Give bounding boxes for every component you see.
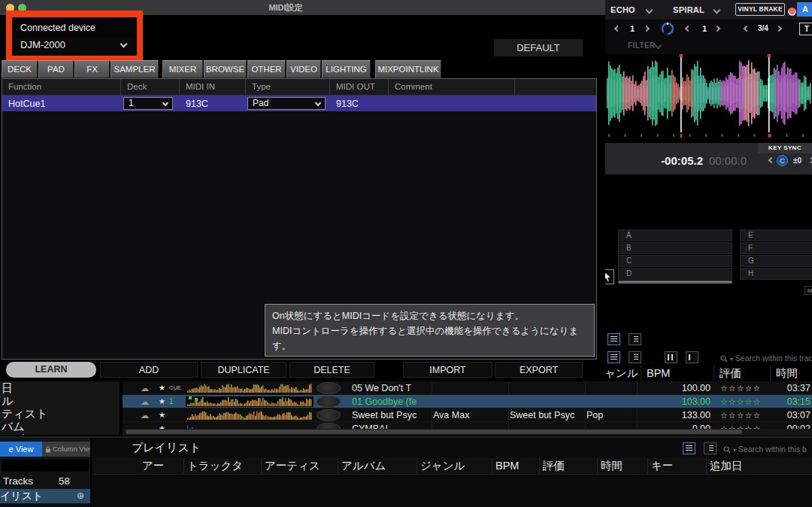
connected-device-select[interactable]: DJM-2000: [15, 38, 134, 53]
list-view-icon[interactable]: [607, 351, 620, 363]
sidebar-item[interactable]: ル: [0, 394, 120, 407]
learn-button[interactable]: LEARN: [6, 362, 96, 378]
chevron-right-icon[interactable]: [808, 157, 812, 163]
rating-stars[interactable]: ☆☆☆☆☆: [720, 381, 774, 395]
cue-grid-scrollbar[interactable]: [618, 281, 732, 284]
fx-slot1-select[interactable]: ECHO: [611, 5, 635, 14]
sidebar-item[interactable]: のビデオ: [0, 433, 120, 435]
duplicate-button[interactable]: DUPLICATE: [201, 362, 286, 378]
column-header-rating[interactable]: 評価: [714, 366, 771, 381]
chevron-left-icon[interactable]: [614, 26, 620, 32]
tab-pad[interactable]: PAD: [38, 60, 74, 78]
cue-slot-h[interactable]: H: [740, 268, 812, 280]
detail-view-icon[interactable]: [629, 333, 641, 345]
fx-assign-a-button[interactable]: A: [797, 2, 812, 17]
sidebar-item[interactable]: ティスト: [0, 407, 120, 420]
key-sync-button[interactable]: KEY SYNC: [758, 143, 812, 153]
list-view-icon[interactable]: [683, 442, 695, 454]
horizontal-scrollbar[interactable]: [126, 430, 742, 434]
rating-stars[interactable]: ☆☆☆☆☆: [720, 395, 774, 408]
fx-beats-row: 1 1 3/4 T: [605, 20, 812, 38]
tab-browse[interactable]: BROWSE: [204, 60, 247, 78]
delete-button[interactable]: DELETE: [289, 362, 374, 378]
chevron-left-icon[interactable]: [685, 26, 691, 32]
export-button[interactable]: EXPORT: [495, 362, 583, 378]
cue-slot-e[interactable]: E: [740, 229, 812, 241]
cue-slot-f[interactable]: F: [740, 242, 812, 254]
column-header-art[interactable]: アー: [139, 458, 184, 474]
column-header-bpm[interactable]: BPM: [641, 366, 714, 381]
tab-sampler[interactable]: SAMPLER: [111, 60, 159, 78]
column-header-track-title[interactable]: トラックタ: [184, 458, 262, 474]
add-button[interactable]: ADD: [100, 362, 198, 378]
midi-mapping-row-selected[interactable]: HotCue1 1 913C Pad 913C: [2, 96, 596, 111]
tab-other[interactable]: OTHER: [247, 60, 286, 78]
cue-slot-a[interactable]: A: [618, 229, 732, 241]
tab-lighting[interactable]: LIGHTING: [322, 60, 371, 78]
fx-slot3-select[interactable]: VINYL BRAKE: [735, 3, 785, 16]
star-icon: ★: [159, 395, 169, 408]
two-column-view-icon[interactable]: [665, 351, 677, 363]
chevron-right-icon[interactable]: [644, 26, 650, 32]
browser-search-input[interactable]: ▾ Search within this b: [723, 445, 812, 454]
cue-slot-b[interactable]: B: [618, 242, 732, 254]
list-view-icon[interactable]: [607, 333, 620, 345]
key-value-badge[interactable]: C: [777, 155, 788, 166]
chevron-right-icon[interactable]: [714, 26, 720, 32]
tab-fx[interactable]: FX: [74, 60, 110, 78]
search-caret-icon[interactable]: ▾: [730, 356, 733, 363]
tree-view-tab[interactable]: e View: [0, 442, 42, 457]
cue-slot-g[interactable]: G: [740, 255, 812, 267]
column-header-bpm[interactable]: BPM: [492, 458, 540, 474]
chevron-left-icon[interactable]: [744, 26, 750, 32]
tracks-count-row[interactable]: Tracks 58: [0, 474, 90, 488]
column-header-artist[interactable]: アーティス: [262, 458, 338, 474]
chevron-right-icon[interactable]: [776, 26, 782, 32]
chevron-down-icon[interactable]: [714, 7, 721, 14]
column-header-time[interactable]: 時間: [598, 458, 648, 474]
column-header-rating[interactable]: 評価: [540, 458, 598, 474]
sidebar-item[interactable]: バム: [0, 420, 120, 433]
tab-deck[interactable]: DECK: [2, 60, 38, 78]
sidebar-item-playlist[interactable]: イリスト ⊕: [0, 489, 90, 503]
column-view-tab[interactable]: Column View: [42, 442, 90, 457]
cue-slot-d[interactable]: D: [618, 268, 732, 280]
search-caret-icon[interactable]: ▾: [733, 447, 736, 454]
chevron-down-icon[interactable]: [646, 7, 653, 14]
playlist-filter-input[interactable]: [2, 460, 89, 472]
rating-stars[interactable]: ☆☆☆☆☆: [720, 408, 774, 422]
midi-settings-dialog: MIDI設定 Connected device DJM-2000 DEFAULT…: [0, 0, 605, 381]
default-button[interactable]: DEFAULT: [494, 39, 583, 56]
track-search-input[interactable]: ▾ Search within this track: [720, 354, 812, 363]
detail-view-icon[interactable]: [629, 351, 641, 363]
table-row[interactable]: ☁ ★ Sweet but Psyc Ava Max Sweet but Psy…: [123, 408, 812, 422]
deck-select[interactable]: 1: [123, 97, 173, 110]
sidebar-item[interactable]: 日: [0, 381, 120, 394]
column-header-genre[interactable]: ジャンル: [417, 458, 492, 474]
tab-mixer[interactable]: MIXER: [162, 60, 203, 78]
table-row[interactable]: ☁ ★ CUE 05 We Don't T 100.00 ☆☆☆☆☆ 03:37: [123, 381, 812, 395]
cue-slot-c[interactable]: C: [618, 255, 732, 267]
chevron-left-icon[interactable]: [768, 157, 774, 163]
fx-depth-knob[interactable]: [661, 22, 674, 35]
column-header-time[interactable]: 時間: [771, 366, 812, 381]
chevron-down-icon[interactable]: [655, 42, 662, 50]
chevron-down-icon[interactable]: [786, 6, 798, 18]
detail-view-icon[interactable]: [704, 442, 717, 454]
table-row-selected[interactable]: ☁ ★ 1 01 Goodbye (fe 103.00 ☆☆☆☆☆ 03:15: [123, 395, 812, 408]
fx-slot2-select[interactable]: SPIRAL: [673, 5, 704, 14]
split-view-icon[interactable]: [686, 351, 698, 363]
memory-button-partial[interactable]: M: [804, 286, 812, 295]
import-button[interactable]: IMPORT: [403, 362, 492, 378]
column-header-key[interactable]: キー: [648, 458, 707, 474]
tab-mixpointlink[interactable]: MIXPOINTLINK: [375, 60, 441, 78]
column-header-date-added[interactable]: 追加日: [707, 458, 812, 474]
column-header-album[interactable]: アルバム: [338, 458, 417, 474]
tab-video[interactable]: VIDEO: [286, 60, 321, 78]
add-playlist-icon[interactable]: ⊕: [77, 489, 84, 503]
column-header-genre[interactable]: ャンル: [601, 366, 641, 381]
tempo-t-button[interactable]: T: [799, 23, 812, 35]
type-select[interactable]: Pad: [247, 97, 326, 110]
deck-waveform[interactable]: [605, 54, 812, 143]
filter-select[interactable]: FILTER: [628, 41, 656, 50]
